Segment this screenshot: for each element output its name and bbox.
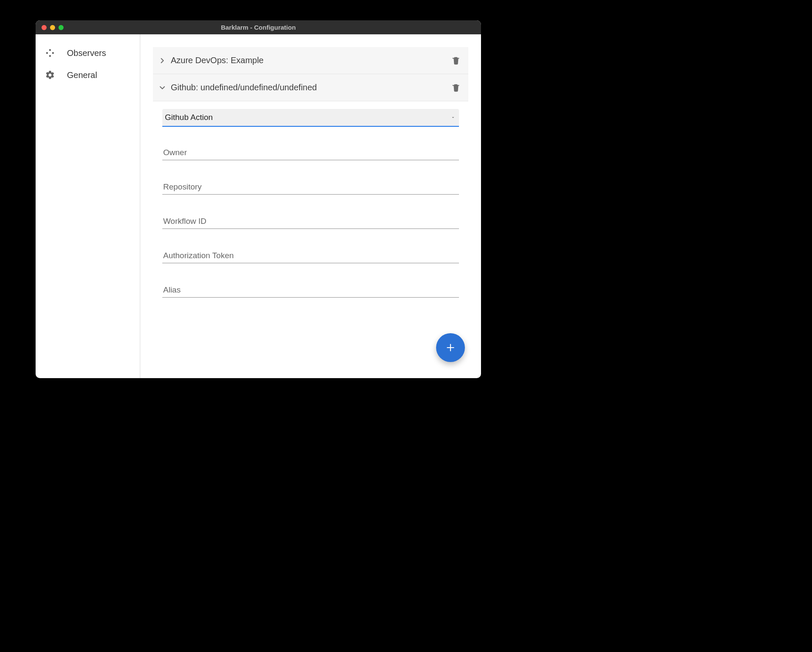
content-area: Observers General Azure DevOps: Example — [36, 34, 481, 378]
gear-icon — [45, 70, 55, 80]
repository-field — [162, 181, 459, 195]
svg-point-2 — [46, 52, 48, 54]
app-window: Barklarm - Configuration Observers — [36, 20, 481, 378]
maximize-window-button[interactable] — [58, 25, 64, 30]
observer-row-github[interactable]: Github: undefined/undefined/undefined — [153, 74, 468, 101]
sidebar-item-label: General — [67, 70, 97, 80]
sidebar: Observers General — [36, 34, 140, 378]
workflow-id-field — [162, 215, 459, 229]
dropdown-arrow-icon — [450, 115, 456, 120]
window-title: Barklarm - Configuration — [36, 24, 481, 31]
auth-token-field — [162, 249, 459, 263]
sidebar-item-label: Observers — [67, 48, 106, 58]
delete-observer-button[interactable] — [451, 56, 461, 65]
select-value: Github Action — [163, 113, 450, 122]
observer-row-label: Azure DevOps: Example — [171, 56, 451, 65]
delete-observer-button[interactable] — [451, 83, 461, 92]
sidebar-item-general[interactable]: General — [36, 64, 140, 86]
observer-row-azure[interactable]: Azure DevOps: Example — [153, 47, 468, 74]
svg-point-0 — [49, 49, 51, 51]
alias-input[interactable] — [162, 284, 459, 298]
owner-input[interactable] — [162, 146, 459, 160]
observer-row-label: Github: undefined/undefined/undefined — [171, 83, 451, 92]
svg-point-3 — [52, 52, 54, 54]
close-window-button[interactable] — [42, 25, 47, 30]
chevron-right-icon — [157, 56, 167, 66]
chevron-down-icon — [157, 83, 167, 93]
observer-accordion: Azure DevOps: Example Github: undefined/… — [153, 47, 468, 298]
main-panel: Azure DevOps: Example Github: undefined/… — [140, 34, 481, 378]
observers-icon — [45, 48, 55, 58]
minimize-window-button[interactable] — [50, 25, 55, 30]
titlebar: Barklarm - Configuration — [36, 20, 481, 34]
owner-field — [162, 146, 459, 160]
add-observer-button[interactable] — [436, 333, 465, 362]
alias-field — [162, 284, 459, 298]
workflow-id-input[interactable] — [162, 215, 459, 229]
sidebar-item-observers[interactable]: Observers — [36, 42, 140, 64]
svg-point-1 — [49, 55, 51, 57]
traffic-lights — [36, 25, 64, 30]
auth-token-input[interactable] — [162, 249, 459, 263]
observer-form: Github Action — [153, 101, 468, 298]
repository-input[interactable] — [162, 181, 459, 195]
observer-type-select[interactable]: Github Action — [162, 109, 459, 127]
